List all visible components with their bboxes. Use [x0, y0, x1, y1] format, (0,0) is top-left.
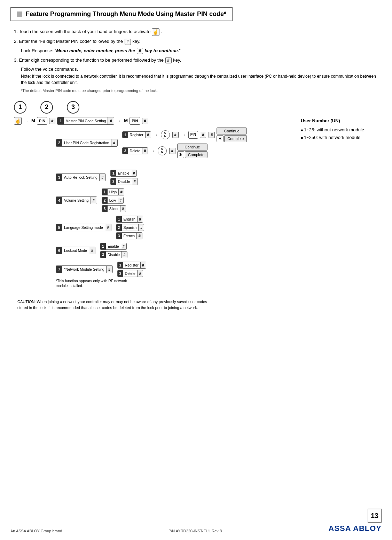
low-row: 2 Low #: [102, 197, 126, 204]
star-box-reg: ✱: [217, 135, 224, 142]
ob-text-low: Low: [108, 198, 118, 202]
lb-num-3: 3: [56, 174, 62, 181]
flow-row-language: 5 Language Setting mode # 1 English #: [56, 216, 327, 239]
ob-num-french: 3: [116, 233, 122, 239]
arrow-pin-reg: →: [181, 132, 186, 138]
spanish-opt: 2 Spanish #: [116, 224, 144, 231]
default-note: *The default Master PIN code must be cha…: [21, 88, 378, 94]
hash-sq-2: #: [142, 118, 148, 124]
ob-hash-del-net: #: [137, 270, 143, 277]
delete-row: 3 Delete # → UN # Continue ✱: [122, 144, 247, 158]
lb-num-2: 2: [56, 139, 62, 146]
header-gray-square: [17, 11, 22, 17]
un-title: User Number (UN): [301, 117, 364, 125]
delete-opt-network: 3 Delete #: [117, 270, 143, 277]
flow-row-network: 7 *Network Module Setting # 1 Register #: [56, 262, 327, 277]
ob-text-en-ar: Enable: [116, 171, 131, 175]
low-opt: 2 Low #: [102, 197, 124, 204]
flow-row-user-pin: 2 User PIN Code Registration # 1 Registe…: [56, 128, 327, 158]
ob-hash-dis-lo: #: [121, 252, 127, 258]
lb-text-master: Master PIN Code Setting: [64, 119, 108, 123]
english-opt: 1 English #: [116, 216, 143, 223]
step2-lockresponse: Lock Response: “Menu mode, enter number,…: [21, 47, 378, 55]
page-title: Feature Programming Through Menu Mode Us…: [26, 10, 226, 18]
silent-opt: 3 Silent #: [102, 205, 126, 212]
user-pin-sub: 1 Register # → UN # → PIN # #: [122, 128, 247, 158]
un-item-1: 1~25: without network module: [301, 126, 364, 134]
pin-box-reg: PIN: [188, 131, 198, 139]
flow-row-autorelock: 3 Auto Re-lock Setting # 1 Enable #: [56, 170, 327, 185]
footer-left: An ASSA ABLOY Group brand: [10, 529, 62, 533]
continue-box-reg: Continue: [217, 128, 247, 134]
user-pin-box: 2 User PIN Code Registration #: [56, 139, 118, 147]
step2-italic: Menu mode, enter number, press the # key…: [56, 48, 179, 53]
register-row-network: 1 Register #: [117, 262, 146, 269]
flow-diagram: ☝ → M PIN # 1 Master PIN Code Setting # …: [14, 117, 327, 288]
flow-row-lockout: 6 Lockout Mode # 1 Enable #: [56, 243, 327, 258]
ob-num-reg-net: 1: [118, 262, 123, 268]
ob-text-french: French: [122, 234, 137, 238]
step2-text: 2. Enter the 4-8 digit Master PIN code* …: [14, 39, 140, 44]
complete-box-reg: Complete: [224, 135, 247, 142]
enable-opt-lockout: 1 Enable #: [100, 243, 127, 250]
high-opt: 1 High #: [102, 188, 125, 195]
touch-icon-flow: ☝: [14, 117, 22, 125]
lb-num-4: 4: [56, 197, 62, 204]
continue-box-del: Continue: [177, 144, 207, 151]
register-row: 1 Register # → UN # → PIN # #: [122, 128, 247, 142]
step3-text: 3. Enter digit corresponding to the func…: [14, 57, 181, 63]
ob-text-reg-net: Register: [123, 263, 140, 267]
ob-hash-low: #: [118, 197, 123, 203]
lb-text-user-pin: User PIN Code Registration: [62, 141, 111, 145]
hash-sq-un-reg: #: [172, 132, 179, 138]
ob-num-del-net: 3: [118, 270, 123, 277]
footer-right: 13 ASSA ABLOY: [328, 509, 382, 533]
lb-hash-network: #: [106, 266, 112, 273]
lb-hash-user-pin: #: [111, 139, 117, 146]
flow-row-1: ☝ → M PIN # 1 Master PIN Code Setting # …: [14, 117, 327, 125]
enable-row-autorelock: 1 Enable #: [110, 170, 138, 177]
ob-num-dis-lo: 3: [100, 252, 106, 258]
hash-icon-italic: #: [137, 48, 143, 54]
ob-text-spanish: Spanish: [122, 225, 139, 230]
enable-row-lockout: 1 Enable #: [100, 243, 127, 250]
ob-text-dis-ar: Disable: [116, 179, 132, 184]
step-3: 3. Enter digit corresponding to the func…: [14, 57, 378, 64]
menu-section: 2 User PIN Code Registration # 1 Registe…: [56, 128, 327, 288]
hash-sq-conf-reg: #: [209, 132, 215, 138]
flow-row-volume: 4 Volume Setting # 1 High #: [56, 188, 327, 212]
touch-icon: ☝: [152, 28, 159, 36]
lb-hash-volume: #: [91, 197, 97, 204]
high-row: 1 High #: [102, 188, 126, 195]
ob-num-delete: 3: [123, 148, 128, 154]
star-complete-del: ✱ Complete: [177, 151, 207, 158]
enable-opt-autorelock: 1 Enable #: [110, 170, 137, 177]
lb-num-7: 7: [56, 266, 62, 273]
ob-text-dis-lo: Disable: [106, 253, 121, 257]
register-option-box: 1 Register #: [122, 131, 151, 138]
disable-row-autorelock: 3 Disable #: [110, 178, 138, 185]
diagram-area: User Number (UN) 1~25: without network m…: [14, 117, 378, 310]
ob-num-spanish: 2: [116, 224, 122, 231]
lb-hash-master: #: [108, 117, 114, 124]
pin-box-1: PIN: [37, 117, 47, 125]
note-text: Note: If the lock is connected to a netw…: [21, 73, 378, 86]
lb-text-network: *Network Module Setting: [62, 267, 106, 271]
instructions-section: 1. Touch the screen with the back of you…: [14, 28, 378, 94]
french-opt: 3 French #: [116, 232, 143, 239]
lb-num-1: 1: [57, 117, 64, 124]
ob-text-register: Register: [128, 133, 145, 137]
lockout-box: 6 Lockout Mode #: [56, 247, 95, 254]
delete-option-box: 3 Delete #: [122, 147, 148, 154]
un-item-2: 1~250: with network module: [301, 134, 364, 141]
ob-hash-register: #: [145, 132, 151, 138]
ob-num-english: 1: [116, 216, 122, 222]
arrow-register: →: [153, 132, 158, 138]
footer: An ASSA ABLOY Group brand P/N AYRD220-IN…: [0, 509, 392, 533]
ob-hash-delete: #: [142, 148, 148, 154]
lb-text-volume: Volume Setting: [62, 198, 91, 202]
lb-num-5: 5: [56, 224, 62, 231]
user-number-info: User Number (UN) 1~25: without network m…: [301, 117, 364, 141]
step-circles-row: 1 2 3: [14, 101, 378, 114]
ob-hash-english: #: [137, 216, 143, 222]
